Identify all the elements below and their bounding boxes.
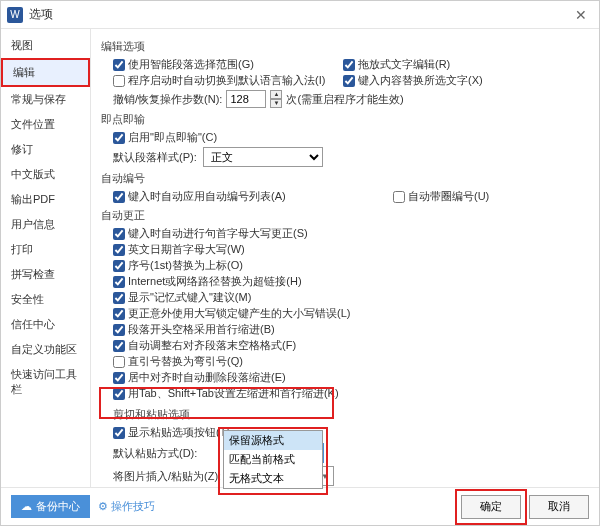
paste-option-text-only[interactable]: 无格式文本 bbox=[224, 469, 322, 488]
chk-smart-select[interactable] bbox=[113, 59, 125, 71]
ok-button[interactable]: 确定 bbox=[461, 495, 521, 519]
chk-ac-10[interactable] bbox=[113, 388, 125, 400]
undo-suffix: 次(需重启程序才能生效) bbox=[286, 92, 403, 107]
sidebar-item-security[interactable]: 安全性 bbox=[1, 287, 90, 312]
chk-ac-5[interactable] bbox=[113, 308, 125, 320]
sidebar-item-cjk[interactable]: 中文版式 bbox=[1, 162, 90, 187]
chk-drag-text[interactable] bbox=[343, 59, 355, 71]
sidebar-item-ribbon[interactable]: 自定义功能区 bbox=[1, 337, 90, 362]
section-click-type: 即点即输 bbox=[101, 112, 589, 127]
sidebar-item-trust[interactable]: 信任中心 bbox=[1, 312, 90, 337]
window-title: 选项 bbox=[29, 6, 53, 23]
paste-option-keep-source[interactable]: 保留源格式 bbox=[224, 431, 322, 450]
sidebar-item-general[interactable]: 常规与保存 bbox=[1, 87, 90, 112]
chk-ac-0[interactable] bbox=[113, 228, 125, 240]
chk-ac-4[interactable] bbox=[113, 292, 125, 304]
sidebar-item-revision[interactable]: 修订 bbox=[1, 137, 90, 162]
chk-show-paste-btn[interactable] bbox=[113, 427, 125, 439]
section-auto-correct: 自动更正 bbox=[101, 208, 589, 223]
close-icon[interactable]: ✕ bbox=[569, 7, 593, 23]
chk-replace-sel[interactable] bbox=[343, 75, 355, 87]
chk-ac-8[interactable] bbox=[113, 356, 125, 368]
default-paste-label: 默认粘贴方式(D): bbox=[113, 446, 223, 461]
spin-down-icon[interactable]: ▼ bbox=[270, 99, 282, 108]
sidebar-item-filelocation[interactable]: 文件位置 bbox=[1, 112, 90, 137]
chk-auto-band[interactable] bbox=[393, 191, 405, 203]
sidebar-item-userinfo[interactable]: 用户信息 bbox=[1, 212, 90, 237]
chk-ac-3[interactable] bbox=[113, 276, 125, 288]
sidebar-item-edit[interactable]: 编辑 bbox=[1, 58, 90, 87]
cancel-button[interactable]: 取消 bbox=[529, 495, 589, 519]
backup-center-button[interactable]: ☁备份中心 bbox=[11, 495, 90, 518]
chk-ac-6[interactable] bbox=[113, 324, 125, 336]
chk-auto-number-list[interactable] bbox=[113, 191, 125, 203]
undo-label: 撤销/恢复操作步数(N): bbox=[113, 92, 222, 107]
sidebar-item-view[interactable]: 视图 bbox=[1, 33, 90, 58]
chk-ac-1[interactable] bbox=[113, 244, 125, 256]
sidebar-item-spell[interactable]: 拼写检查 bbox=[1, 262, 90, 287]
default-style-select[interactable]: 正文 bbox=[203, 147, 323, 167]
section-edit-options: 编辑选项 bbox=[101, 39, 589, 54]
paste-dropdown-list: 保留源格式 匹配当前格式 无格式文本 bbox=[223, 430, 323, 489]
chk-ac-2[interactable] bbox=[113, 260, 125, 272]
sidebar-item-pdf[interactable]: 输出PDF bbox=[1, 187, 90, 212]
paste-option-match-dest[interactable]: 匹配当前格式 bbox=[224, 450, 322, 469]
chk-ac-9[interactable] bbox=[113, 372, 125, 384]
section-paste: 剪切和粘贴选项 bbox=[101, 407, 589, 422]
chk-ac-7[interactable] bbox=[113, 340, 125, 352]
app-icon: W bbox=[7, 7, 23, 23]
sidebar-item-qat[interactable]: 快速访问工具栏 bbox=[1, 362, 90, 402]
style-label: 默认段落样式(P): bbox=[113, 150, 197, 165]
undo-steps-input[interactable] bbox=[226, 90, 266, 108]
section-auto-number: 自动编号 bbox=[101, 171, 589, 186]
spin-up-icon[interactable]: ▲ bbox=[270, 90, 282, 99]
cloud-icon: ☁ bbox=[21, 500, 32, 513]
tips-link[interactable]: ⚙操作技巧 bbox=[98, 499, 155, 514]
chk-auto-ime[interactable] bbox=[113, 75, 125, 87]
chk-click-type[interactable] bbox=[113, 132, 125, 144]
gear-icon: ⚙ bbox=[98, 500, 108, 513]
image-paste-label: 将图片插入/粘贴为(Z): bbox=[113, 469, 223, 484]
sidebar-item-print[interactable]: 打印 bbox=[1, 237, 90, 262]
sidebar: 视图 编辑 常规与保存 文件位置 修订 中文版式 输出PDF 用户信息 打印 拼… bbox=[1, 29, 91, 487]
